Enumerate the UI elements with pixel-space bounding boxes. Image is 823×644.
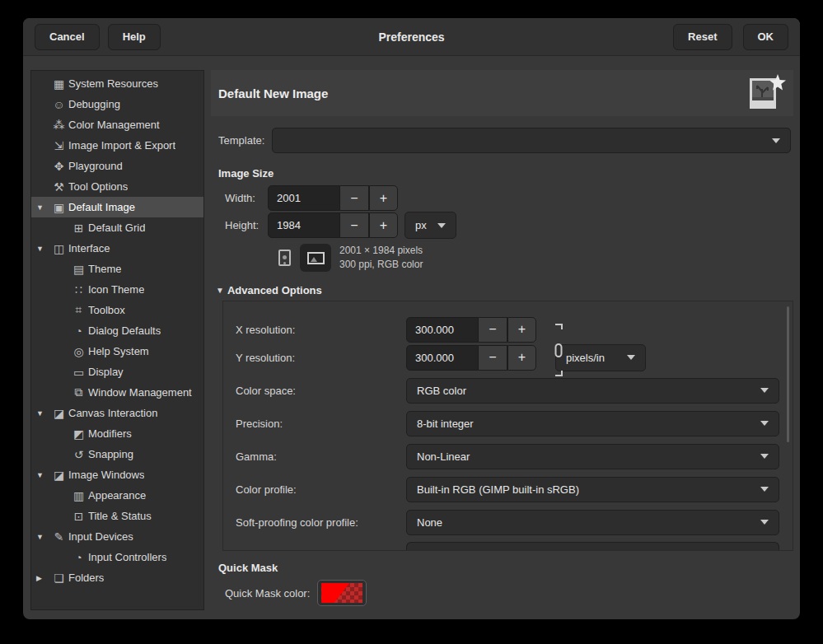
expander-open-icon: ▼ [216, 286, 224, 295]
sidebar-item-label: Modifiers [88, 427, 132, 440]
sidebar-item-interface[interactable]: ▼◫Interface [31, 238, 203, 259]
gamma-label: Gamma: [236, 450, 406, 463]
size-unit-dropdown[interactable]: px [404, 212, 456, 239]
y-resolution-decrement-button[interactable]: − [479, 345, 507, 371]
modifiers-icon: ◩ [71, 427, 87, 441]
sidebar-item-label: Window Management [88, 386, 192, 399]
sidebar-item-system-resources[interactable]: ▦System Resources [31, 73, 203, 94]
portrait-orientation-button[interactable] [274, 244, 294, 272]
color-space-dropdown[interactable]: RGB color [406, 378, 779, 404]
sidebar-item-display[interactable]: ▭Display [31, 362, 203, 382]
quick-mask-color-label: Quick Mask color: [225, 587, 310, 600]
help-button[interactable]: Help [108, 24, 161, 50]
height-increment-button[interactable]: + [369, 212, 398, 238]
sidebar-item-playground[interactable]: ✥Playground [31, 156, 203, 176]
sidebar-item-appearance[interactable]: ▥Appearance [31, 485, 203, 506]
expander-open-icon[interactable]: ▼ [36, 471, 51, 479]
sidebar-item-debugging[interactable]: ☺Debugging [31, 94, 203, 114]
width-row: Width: − + [211, 185, 793, 211]
height-row: Height: − + px [211, 212, 793, 238]
gamma-dropdown[interactable]: Non-Linear [406, 444, 779, 469]
color-space-row: Color space: RGB color [236, 377, 793, 404]
sidebar-item-image-import-export[interactable]: ⇲Image Import & Export [31, 135, 203, 156]
y-resolution-row: Y resolution: − + pixels/in [236, 344, 793, 371]
sidebar-item-toolbox[interactable]: ⌗Toolbox [31, 300, 203, 320]
expander-open-icon[interactable]: ▼ [36, 533, 51, 541]
sidebar-item-label: Dialog Defaults [88, 324, 161, 337]
width-increment-button[interactable]: + [369, 185, 398, 211]
template-label: Template: [218, 134, 272, 147]
sidebar-item-theme[interactable]: ▤Theme [31, 259, 203, 279]
sidebar-item-modifiers[interactable]: ◩Modifiers [31, 423, 203, 444]
chevron-down-icon [772, 138, 780, 143]
soft-proofing-dropdown[interactable]: None [406, 510, 779, 535]
cancel-button[interactable]: Cancel [35, 24, 100, 50]
sidebar-item-label: Image Windows [68, 469, 144, 481]
sidebar-item-label: Folders [68, 572, 104, 584]
width-input[interactable] [268, 185, 340, 211]
y-resolution-increment-button[interactable]: + [507, 345, 536, 371]
sidebar-item-label: Playground [68, 160, 123, 172]
expander-closed-icon[interactable]: ▶ [36, 574, 51, 582]
sidebar-item-help-system[interactable]: ◎Help System [31, 341, 203, 362]
reset-button[interactable]: Reset [673, 24, 732, 50]
precision-dropdown[interactable]: 8-bit integer [406, 411, 779, 436]
sidebar-item-icon-theme[interactable]: ∷Icon Theme [31, 279, 203, 300]
x-resolution-increment-button[interactable]: + [507, 317, 536, 343]
sidebar-item-canvas-interaction[interactable]: ▼◪Canvas Interaction [31, 403, 203, 423]
resolution-chain-broken-icon[interactable] [553, 315, 564, 385]
input-controllers-icon: ◔ [71, 551, 87, 564]
sidebar-item-label: Icon Theme [88, 283, 144, 296]
sidebar-item-color-management[interactable]: ⁂Color Management [31, 114, 203, 135]
color-space-value: RGB color [417, 385, 752, 397]
y-resolution-input[interactable] [406, 345, 479, 371]
sidebar-item-default-image[interactable]: ▼▣Default Image [31, 197, 203, 217]
expander-open-icon[interactable]: ▼ [36, 203, 51, 212]
color-profile-dropdown[interactable]: Built-in RGB (GIMP built-in sRGB) [406, 477, 779, 502]
sidebar-item-label: Interface [68, 242, 110, 254]
advanced-options-expander[interactable]: ▼ Advanced Options [211, 284, 793, 296]
size-summary-line1: 2001 × 1984 pixels [339, 244, 423, 258]
titlebar-left-buttons: Cancel Help [35, 24, 161, 50]
quick-mask-color-button[interactable] [317, 580, 367, 606]
sidebar-item-label: Input Devices [68, 530, 133, 543]
desktop-background: Cancel Help Preferences Reset OK ▦System… [0, 0, 823, 644]
template-dropdown[interactable] [272, 128, 791, 153]
gamma-row: Gamma: Non-Linear [236, 443, 793, 469]
quick-mask-heading: Quick Mask [211, 562, 793, 574]
help-icon: ◎ [71, 345, 87, 358]
height-decrement-button[interactable]: − [340, 212, 369, 238]
sidebar-item-window-management[interactable]: ⧉Window Management [31, 382, 203, 403]
x-resolution-decrement-button[interactable]: − [479, 317, 507, 343]
landscape-orientation-button[interactable] [300, 244, 331, 272]
width-decrement-button[interactable]: − [340, 185, 369, 211]
scrollbar-thumb[interactable] [787, 306, 789, 442]
color-profile-row: Color profile: Built-in RGB (GIMP built-… [236, 476, 793, 502]
sidebar-item-dialog-defaults[interactable]: ◔Dialog Defaults [31, 320, 203, 341]
ok-button[interactable]: OK [743, 24, 789, 50]
x-resolution-input[interactable] [406, 317, 479, 343]
image-star-icon: ▣ [51, 201, 67, 214]
resolution-unit-value: pixels/in [566, 352, 619, 364]
sidebar-item-tool-options[interactable]: ⚒Tool Options [31, 176, 203, 197]
sidebar-item-default-grid[interactable]: ⊞Default Grid [31, 217, 203, 238]
size-summary-line2: 300 ppi, RGB color [339, 258, 423, 272]
expander-open-icon[interactable]: ▼ [36, 245, 51, 253]
size-unit-value: px [415, 219, 429, 231]
precision-row: Precision: 8-bit integer [236, 410, 793, 436]
page-header: Default New Image [211, 70, 793, 116]
sidebar-item-folders[interactable]: ▶❏Folders [31, 567, 203, 588]
soft-proofing-label: Soft-proofing color profile: [236, 516, 406, 529]
sidebar-item-title-status[interactable]: ⊡Title & Status [31, 506, 203, 526]
chevron-down-icon [760, 454, 769, 459]
height-input[interactable] [268, 212, 340, 238]
sidebar-item-snapping[interactable]: ↺Snapping [31, 444, 203, 464]
sidebar-item-input-devices[interactable]: ▼✎Input Devices [31, 526, 203, 547]
resolution-unit-dropdown[interactable]: pixels/in [555, 344, 646, 371]
tool-icon: ⚒ [51, 180, 67, 194]
expander-open-icon[interactable]: ▼ [36, 409, 51, 418]
image-windows-icon: ◪ [51, 469, 67, 482]
sidebar-item-image-windows[interactable]: ▼◪Image Windows [31, 464, 203, 485]
sidebar-item-input-controllers[interactable]: ◔Input Controllers [31, 547, 203, 567]
sidebar-item-label: Appearance [88, 489, 146, 502]
